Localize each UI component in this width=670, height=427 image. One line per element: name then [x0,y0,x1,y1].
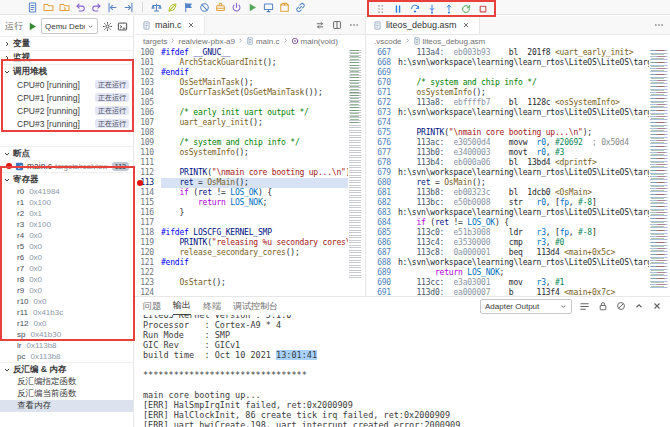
toolbox-icon[interactable] [214,1,227,14]
output-list-icon[interactable] [579,301,590,312]
line-number[interactable]: 667 [366,48,398,58]
line-number[interactable]: 682 [366,198,398,208]
register-row[interactable]: sp0x41b30 [0,329,133,340]
tab-liteos-debug-asm[interactable]: liteos_debug.asm [366,16,480,34]
callstack-thread-row[interactable]: CPU#3 [running]正在运行 [0,117,133,130]
pause-icon[interactable] [392,3,403,14]
line-number[interactable]: 685 [366,228,398,238]
build-icon[interactable] [150,1,163,14]
line-number[interactable]: 110 [135,148,161,158]
breadcrumb-item[interactable]: main(void) [291,37,338,47]
power-icon[interactable] [230,1,243,14]
line-number[interactable]: 681 [366,188,398,198]
tab-debug-console[interactable]: 调试控制台 [233,297,278,315]
breakpoint-row[interactable]: main.c targets/realview-pbx-a9 113 [0,160,133,172]
disasm-menu-item[interactable]: 查看内存 [0,400,133,412]
more-actions-icon[interactable] [348,20,359,31]
open-folder-icon[interactable] [42,1,55,14]
line-number[interactable]: 688 [366,258,398,268]
line-number[interactable]: 670 [366,78,398,88]
line-number[interactable]: 679 [366,168,398,178]
register-row[interactable]: r00x41984 [0,186,133,197]
restart-icon[interactable] [460,3,471,14]
close-tab-icon[interactable] [461,20,472,31]
tab-terminal[interactable]: 终端 [203,297,221,315]
breadcrumb-item[interactable]: main.c [246,37,280,47]
maximize-panel-icon[interactable] [633,301,644,312]
line-number[interactable]: 106 [135,108,161,118]
gear-icon[interactable] [101,20,113,32]
launch-config-select[interactable]: Qemu Debug [41,18,98,34]
line-number[interactable]: 116 [135,208,161,218]
line-number[interactable]: 677 [366,148,398,158]
drag-handle-icon[interactable] [375,3,386,14]
monitor-icon[interactable] [262,1,275,14]
register-row[interactable]: lr0x113b8 [0,340,133,351]
line-number[interactable]: 683 [366,208,398,218]
register-row[interactable]: r50x0 [0,241,133,252]
breakpoint-checkbox[interactable] [15,162,24,171]
step-into-icon[interactable] [426,3,437,14]
register-row[interactable]: r90x0 [0,285,133,296]
section-watch[interactable]: 监视 [0,50,133,64]
close-panel-icon[interactable] [651,301,662,312]
close-tab-icon[interactable] [186,20,197,31]
line-number[interactable]: 105 [135,98,161,108]
line-number[interactable]: 102 [135,68,161,78]
line-number[interactable]: 117 [135,218,161,228]
clean-icon[interactable] [166,1,179,14]
link-icon[interactable] [294,1,307,14]
line-number[interactable]: 100 [135,48,161,58]
line-number[interactable]: 676 [366,138,398,148]
line-number[interactable]: 669 [366,68,398,78]
line-number[interactable]: 672 [366,98,398,108]
section-registers[interactable]: 寄存器 [0,172,133,186]
more-actions-icon[interactable] [653,20,664,31]
disasm-menu-item[interactable]: 反汇编指定函数 [0,376,133,388]
debug-console-icon[interactable] [116,20,128,32]
register-row[interactable]: r80x0 [0,274,133,285]
line-number[interactable]: 120 [135,248,161,258]
start-debug-icon[interactable] [26,20,38,32]
callstack-thread-row[interactable]: CPU#0 [running]正在运行 [0,78,133,91]
line-number[interactable]: 674 [366,118,398,128]
register-row[interactable]: r40x0 [0,230,133,241]
register-row[interactable]: r70x0 [0,263,133,274]
line-number[interactable]: 675 [366,128,398,138]
line-number[interactable]: 671 [366,88,398,98]
line-number[interactable]: 107 [135,118,161,128]
line-number[interactable]: 122 [135,268,161,278]
register-row[interactable]: r120x0 [0,318,133,329]
line-number[interactable]: 690 [366,278,398,288]
split-editor-icon[interactable] [331,20,342,31]
register-row[interactable]: r110x41b3c [0,307,133,318]
line-number[interactable]: 112 [135,168,161,178]
undo-icon[interactable] [74,1,87,14]
section-variables[interactable]: 变量 [0,36,133,50]
step-over-icon[interactable] [409,3,420,14]
callstack-thread-row[interactable]: CPU#2 [running]正在运行 [0,104,133,117]
line-number[interactable]: 686 [366,238,398,248]
breadcrumb-item[interactable]: realview-pbx-a9 [178,37,234,46]
line-number[interactable]: 687 [366,248,398,258]
breadcrumb-item[interactable]: liteos_debug.asm [413,37,486,47]
line-number[interactable]: 123 [135,278,161,288]
line-number[interactable]: 680 [366,178,398,188]
flag-icon[interactable] [182,1,195,14]
disasm-menu-item[interactable]: 反汇编当前函数 [0,388,133,400]
line-number[interactable]: 115 [135,198,161,208]
line-number[interactable]: 114 [135,188,161,198]
section-breakpoints[interactable]: 断点 [0,146,133,160]
new-script-icon[interactable] [26,1,39,14]
disable-icon[interactable] [198,1,211,14]
package-icon[interactable] [278,1,291,14]
navigate-forward-icon[interactable] [122,1,135,14]
new-folder-icon[interactable] [58,1,71,14]
output-channel-select[interactable]: Adapter Output [480,299,572,314]
register-row[interactable]: r10x100 [0,197,133,208]
line-number[interactable]: 119 [135,238,161,248]
step-out-icon[interactable] [443,3,454,14]
line-number[interactable]: 108 [135,128,161,138]
line-number[interactable]: 111 [135,158,161,168]
register-row[interactable]: r30x100 [0,219,133,230]
